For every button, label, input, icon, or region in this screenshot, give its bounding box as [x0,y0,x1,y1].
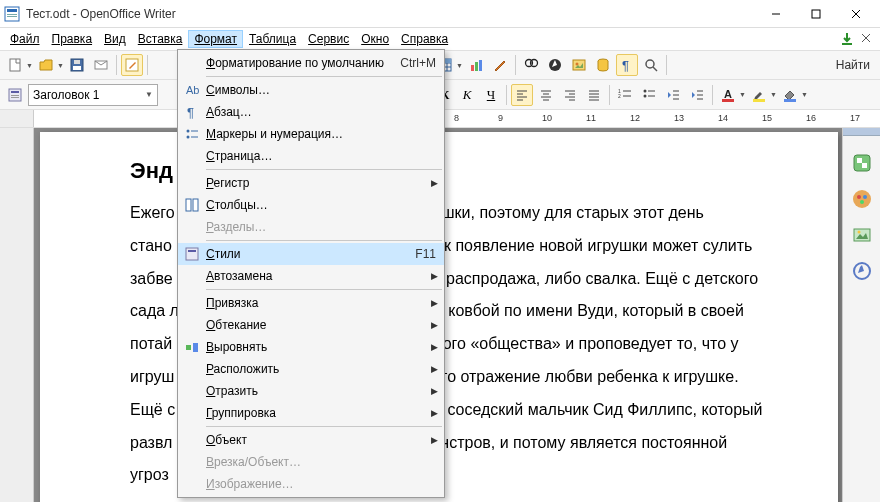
zoom-button[interactable] [640,54,662,76]
decrease-indent-button[interactable] [662,84,684,106]
menu-edit[interactable]: Правка [46,30,99,48]
highlight-button[interactable] [748,84,770,106]
menu-insert[interactable]: Вставка [132,30,189,48]
menu-item[interactable]: ¶Абзац… [178,101,444,123]
svg-point-61 [644,94,647,97]
menu-item[interactable]: Обтекание▶ [178,314,444,336]
menu-item-label: Расположить [204,362,425,376]
menu-help[interactable]: Справка [395,30,454,48]
svg-rect-37 [11,91,19,93]
svg-rect-72 [753,99,765,102]
menu-item-label: Выровнять [204,340,425,354]
sidepanel-navigator-icon[interactable] [849,258,875,284]
align-left-button[interactable] [511,84,533,106]
para-style-combo[interactable]: Заголовок 1▼ [28,84,158,106]
minimize-button[interactable] [756,1,796,27]
vertical-ruler[interactable] [0,128,34,502]
svg-rect-30 [573,60,585,70]
menu-item-label: Столбцы… [204,198,438,212]
svg-point-60 [644,89,647,92]
align-right-button[interactable] [559,84,581,106]
align-justify-button[interactable] [583,84,605,106]
menu-item: Разделы… [178,216,444,238]
sidepanel-styles-icon[interactable] [849,186,875,212]
align-center-button[interactable] [535,84,557,106]
increase-indent-button[interactable] [686,84,708,106]
menu-window[interactable]: Окно [355,30,395,48]
blank-icon [180,218,204,236]
svg-rect-92 [186,248,198,260]
svg-rect-8 [842,43,852,45]
menu-item: Врезка/Объект… [178,451,444,473]
menu-item[interactable]: Страница… [178,145,444,167]
datasource-button[interactable] [592,54,614,76]
blank-icon [180,404,204,422]
window-title: Тест.odt - OpenOffice Writer [26,7,756,21]
find-button[interactable] [520,54,542,76]
svg-point-78 [857,195,861,199]
sidepanel-properties-icon[interactable] [849,150,875,176]
menu-separator [206,240,442,241]
sidepanel-gallery-icon[interactable] [849,222,875,248]
menu-item[interactable]: Регистр▶ [178,172,444,194]
close-panel-icon[interactable] [860,32,872,46]
draw-button[interactable] [489,54,511,76]
ruler-tick: 8 [454,113,459,123]
underline-button[interactable]: Ч [480,84,502,106]
svg-rect-39 [11,97,19,98]
menu-item[interactable]: Автозамена▶ [178,265,444,287]
svg-rect-95 [193,343,198,352]
bgcolor-button[interactable] [779,84,801,106]
download-update-icon[interactable] [840,32,854,46]
svg-rect-25 [479,60,482,71]
close-button[interactable] [836,1,876,27]
svg-point-82 [857,231,860,234]
svg-text:2: 2 [618,93,621,99]
menu-item[interactable]: СтилиF11 [178,243,444,265]
align-icon [180,338,204,356]
menu-item-label: Привязка [204,296,425,310]
maximize-button[interactable] [796,1,836,27]
menu-file[interactable]: Файл [4,30,46,48]
styles-window-button[interactable] [4,84,26,106]
new-doc-button[interactable] [4,54,26,76]
gallery-button[interactable] [568,54,590,76]
chart-button[interactable] [465,54,487,76]
navigator-button[interactable] [544,54,566,76]
menu-item[interactable]: Расположить▶ [178,358,444,380]
submenu-arrow-icon: ▶ [425,386,438,396]
nonprinting-button[interactable]: ¶ [616,54,638,76]
menu-item[interactable]: Столбцы… [178,194,444,216]
blank-icon [180,360,204,378]
menu-item[interactable]: Группировка▶ [178,402,444,424]
submenu-arrow-icon: ▶ [425,364,438,374]
svg-rect-38 [11,95,19,96]
menu-item[interactable]: Выровнять▶ [178,336,444,358]
ruler-tick: 10 [542,113,552,123]
menu-item[interactable]: Привязка▶ [178,292,444,314]
save-button[interactable] [66,54,88,76]
menu-table[interactable]: Таблица [243,30,302,48]
edit-mode-button[interactable] [121,54,143,76]
menu-tools[interactable]: Сервис [302,30,355,48]
ruler-tick: 9 [498,113,503,123]
submenu-arrow-icon: ▶ [425,271,438,281]
italic-button[interactable]: К [456,84,478,106]
svg-text:A: A [724,88,732,100]
blank-icon [180,382,204,400]
menu-item[interactable]: Отразить▶ [178,380,444,402]
menu-item[interactable]: Маркеры и нумерация… [178,123,444,145]
open-button[interactable] [35,54,57,76]
menu-item[interactable]: AbСимволы… [178,79,444,101]
menu-item[interactable]: Объект▶ [178,429,444,451]
menu-separator [206,169,442,170]
font-color-button[interactable]: A [717,84,739,106]
menu-item[interactable]: Форматирование по умолчаниюCtrl+M [178,52,444,74]
numbered-list-button[interactable]: 12 [614,84,636,106]
menu-format[interactable]: Формат [188,30,243,48]
bullet-list-button[interactable] [638,84,660,106]
find-label[interactable]: Найти [830,58,876,72]
menu-separator [206,426,442,427]
email-button[interactable] [90,54,112,76]
menu-view[interactable]: Вид [98,30,132,48]
